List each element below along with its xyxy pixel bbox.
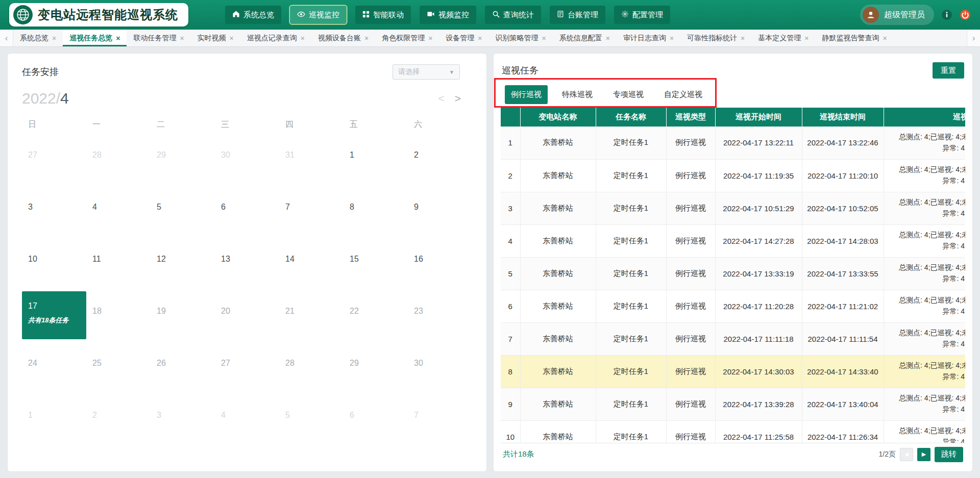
calendar-day[interactable]: 8	[344, 187, 408, 239]
tab-close-icon[interactable]: ×	[180, 34, 184, 42]
calendar-day[interactable]: 28	[86, 135, 151, 187]
calendar-day[interactable]: 3	[151, 395, 215, 447]
calendar-day[interactable]: 4	[86, 187, 151, 239]
calendar-day[interactable]: 1	[22, 395, 86, 447]
tab[interactable]: 联动任务管理 ×	[127, 30, 190, 46]
calendar-day[interactable]: 30	[408, 343, 472, 395]
calendar-day[interactable]: 31	[279, 135, 344, 187]
info-icon[interactable]	[941, 9, 952, 20]
tab[interactable]: 基本定义管理 ×	[751, 30, 815, 46]
table-row[interactable]: 9 东善桥站 定时任务1 例行巡视 2022-04-17 13:39:28 20…	[501, 388, 965, 420]
table-row[interactable]: 4 东善桥站 定时任务1 例行巡视 2022-04-17 14:27:28 20…	[501, 224, 965, 257]
calendar-day[interactable]: 20	[215, 291, 279, 343]
tab[interactable]: 审计日志查询 ×	[617, 30, 680, 46]
calendar-day[interactable]: 22	[344, 291, 408, 343]
calendar-day[interactable]: 5	[279, 395, 344, 447]
nav-video-monitor[interactable]: 视频监控	[420, 6, 476, 24]
calendar-day[interactable]: 25	[86, 343, 151, 395]
calendar-day[interactable]: 28	[279, 343, 344, 395]
calendar-day[interactable]: 21	[279, 291, 344, 343]
calendar-day[interactable]: 15	[344, 239, 408, 291]
calendar-next-icon[interactable]: >	[455, 92, 461, 105]
inspection-type-tab[interactable]: 例行巡视	[505, 85, 548, 104]
nav-system-overview[interactable]: 系统总览	[225, 6, 281, 24]
inspection-type-tab[interactable]: 特殊巡视	[556, 85, 599, 104]
calendar-day[interactable]: 7	[408, 395, 472, 447]
tab-close-icon[interactable]: ×	[301, 34, 305, 42]
calendar-day[interactable]: 10	[22, 239, 86, 291]
tabs-scroll-left-icon[interactable]: ‹	[0, 30, 13, 46]
calendar-day[interactable]: 9	[408, 187, 472, 239]
calendar-day[interactable]: 29	[151, 135, 215, 187]
nav-smart-linkage[interactable]: 智能联动	[355, 6, 411, 24]
tab-close-icon[interactable]: ×	[883, 34, 887, 42]
tab[interactable]: 巡视任务总览 ×	[63, 30, 127, 46]
calendar-day[interactable]: 2	[86, 395, 151, 447]
calendar-day[interactable]: 7	[279, 187, 344, 239]
inspection-type-tab[interactable]: 自定义巡视	[658, 85, 708, 104]
reset-button[interactable]: 重置	[933, 62, 964, 79]
tab-close-icon[interactable]: ×	[364, 34, 369, 42]
tab-close-icon[interactable]: ×	[428, 34, 432, 42]
nav-config-management[interactable]: 配置管理	[614, 6, 670, 24]
nav-query-statistics[interactable]: 查询统计	[485, 6, 541, 24]
calendar-day[interactable]: 11	[86, 239, 151, 291]
tab[interactable]: 巡视点记录查询 ×	[240, 30, 311, 46]
calendar-day[interactable]: 29	[344, 343, 408, 395]
calendar-day[interactable]: 4	[215, 395, 279, 447]
calendar-day[interactable]: 2	[408, 135, 472, 187]
table-row[interactable]: 8 东善桥站 定时任务1 例行巡视 2022-04-17 14:30:03 20…	[501, 355, 965, 388]
calendar-day[interactable]: 5	[151, 187, 215, 239]
table-row[interactable]: 5 东善桥站 定时任务1 例行巡视 2022-04-17 13:33:19 20…	[501, 257, 965, 290]
tab[interactable]: 识别策略管理 ×	[489, 30, 553, 46]
tab[interactable]: 视频设备台账 ×	[311, 30, 375, 46]
calendar-day[interactable]: 17 共有18条任务	[22, 291, 86, 339]
calendar-day[interactable]: 6	[215, 187, 279, 239]
user-menu[interactable]: 超级管理员	[860, 5, 934, 25]
calendar-day[interactable]: 6	[344, 395, 408, 447]
tab[interactable]: 系统信息配置 ×	[553, 30, 617, 46]
calendar-day[interactable]: 19	[151, 291, 215, 343]
schedule-filter-select[interactable]: 请选择 ▼	[393, 64, 460, 80]
table-row[interactable]: 1 东善桥站 定时任务1 例行巡视 2022-04-17 13:22:11 20…	[501, 127, 965, 159]
calendar-day[interactable]: 1	[344, 135, 408, 187]
tab-close-icon[interactable]: ×	[741, 34, 745, 42]
tab[interactable]: 设备管理 ×	[439, 30, 488, 46]
calendar-day[interactable]: 12	[151, 239, 215, 291]
prev-page-button[interactable]: ◀	[900, 448, 913, 461]
table-row[interactable]: 10 东善桥站 定时任务1 例行巡视 2022-04-17 11:25:58 2…	[501, 420, 965, 443]
table-row[interactable]: 7 东善桥站 定时任务1 例行巡视 2022-04-17 11:11:18 20…	[501, 322, 965, 355]
tab-close-icon[interactable]: ×	[542, 34, 546, 42]
tab[interactable]: 可靠性指标统计 ×	[680, 30, 751, 46]
tab[interactable]: 角色权限管理 ×	[375, 30, 439, 46]
tab-close-icon[interactable]: ×	[606, 34, 610, 42]
tab-close-icon[interactable]: ×	[670, 34, 674, 42]
jump-button[interactable]: 跳转	[935, 447, 963, 462]
tab-close-icon[interactable]: ×	[804, 34, 808, 42]
calendar-day[interactable]: 23	[408, 291, 472, 343]
calendar-day[interactable]: 3	[22, 187, 86, 239]
calendar-day[interactable]: 24	[22, 343, 86, 395]
table-row[interactable]: 2 东善桥站 定时任务1 例行巡视 2022-04-17 11:19:35 20…	[501, 159, 965, 192]
tab[interactable]: 静默监视告警查询 ×	[815, 30, 893, 46]
nav-inspection-monitor[interactable]: 巡视监控	[290, 6, 347, 24]
tab[interactable]: 实时视频 ×	[191, 30, 240, 46]
calendar-day[interactable]: 27	[215, 343, 279, 395]
inspection-type-tab[interactable]: 专项巡视	[607, 85, 650, 104]
calendar-day[interactable]: 13	[215, 239, 279, 291]
calendar-day[interactable]: 30	[215, 135, 279, 187]
calendar-day[interactable]: 18	[86, 291, 151, 343]
tab-close-icon[interactable]: ×	[478, 34, 482, 42]
table-row[interactable]: 6 东善桥站 定时任务1 例行巡视 2022-04-17 11:20:28 20…	[501, 290, 965, 322]
nav-ledger-management[interactable]: 台账管理	[550, 6, 605, 24]
tab[interactable]: 系统总览 ×	[13, 30, 63, 46]
tab-close-icon[interactable]: ×	[230, 34, 234, 42]
tabs-scroll-right-icon[interactable]: ›	[967, 30, 980, 46]
calendar-prev-icon[interactable]: <	[438, 92, 444, 105]
calendar-day[interactable]: 27	[22, 135, 86, 187]
next-page-button[interactable]: ▶	[917, 448, 930, 461]
calendar-day[interactable]: 26	[151, 343, 215, 395]
calendar-day[interactable]: 16	[408, 239, 472, 291]
tab-close-icon[interactable]: ×	[52, 34, 56, 42]
power-icon[interactable]	[960, 9, 971, 20]
